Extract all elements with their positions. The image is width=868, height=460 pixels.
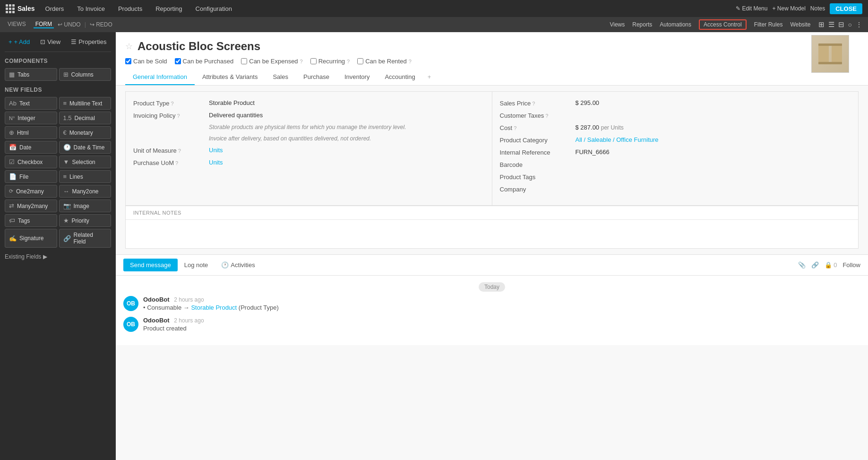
purchase-uom-value[interactable]: Units [209,159,484,166]
field-text[interactable]: Ab Text [5,97,57,110]
field-image[interactable]: 📷 Image [59,200,112,212]
customer-taxes-help: ? [545,113,548,119]
components-heading: Components [5,58,111,64]
product-image[interactable] [811,35,849,73]
field-tags[interactable]: 🏷 Tags [5,214,57,227]
field-priority[interactable]: ★ Priority [59,214,112,227]
edit-menu-button[interactable]: ✎ Edit Menu [736,5,767,12]
invoicing-note1-spacer [133,124,209,124]
views-toggle[interactable]: VIEWS [6,21,28,28]
menu-reporting[interactable]: Reporting [153,5,185,12]
menu-configuration[interactable]: Configuration [193,5,235,12]
send-message-button[interactable]: Send message [123,259,178,271]
product-type-help: ? [171,101,173,106]
unit-of-measure-value[interactable]: Units [209,147,484,154]
message-author-2: OdooBot [143,317,170,324]
invoicing-note2: Invoice after delivery, based on quantit… [209,135,484,142]
field-date[interactable]: 📅 Date [5,141,57,154]
list-view-icon[interactable]: ☰ [828,20,834,29]
field-lines[interactable]: ≡ Lines [59,170,112,183]
form-toggle[interactable]: FORM [34,21,54,28]
field-one2many[interactable]: ⟳ One2many [5,185,57,198]
message-time-1: 2 hours ago [174,296,204,303]
field-datetime[interactable]: 🕐 Date & Time [59,141,112,154]
svg-rect-1 [832,44,842,63]
component-columns[interactable]: ⊞ Columns [59,68,112,81]
product-checkboxes: Can be Sold Can be Purchased Can be Expe… [125,58,859,65]
existing-fields-toggle[interactable]: Existing Fields ▶ [5,253,111,260]
more-icon[interactable]: ⋮ [856,21,862,28]
menu-orders[interactable]: Orders [43,5,67,12]
can-be-sold-checkbox[interactable]: Can be Sold [125,58,167,65]
message-author-1: OdooBot [143,296,170,303]
undo-button[interactable]: ↩ UNDO [58,21,81,28]
internal-reference-value[interactable]: FURN_6666 [576,148,851,156]
sales-price-value[interactable]: $ 295.00 [576,99,851,106]
components-grid: ▦ Tabs ⊞ Columns [5,68,111,81]
activities-button[interactable]: 🕐 Activities [215,259,261,271]
link-icon[interactable]: 🔗 [811,261,819,269]
date-icon: 📅 [9,144,17,151]
field-decimal[interactable]: 1.5 Decimal [59,112,112,124]
field-integer[interactable]: N° Integer [5,112,57,124]
menu-products[interactable]: Products [115,5,145,12]
access-control-tool[interactable]: Access Control [699,19,747,30]
field-selection[interactable]: ▼ Selection [59,156,112,168]
content-area: ☆ Acoustic Bloc Screens [116,32,868,460]
tab-inventory[interactable]: Inventory [337,69,377,85]
field-html[interactable]: ⊕ Html [5,126,57,139]
log-note-button[interactable]: Log note [178,259,215,271]
recurring-checkbox[interactable]: Recurring ? [310,58,350,65]
menu-to-invoice[interactable]: To Invoice [74,5,108,12]
field-monetary[interactable]: € Monetary [59,126,112,139]
can-be-purchased-checkbox[interactable]: Can be Purchased [175,58,234,65]
filter-rules-tool[interactable]: Filter Rules [754,21,783,28]
notes-button[interactable]: Notes [810,5,825,12]
close-button[interactable]: CLOSE [830,3,862,14]
can-be-rented-checkbox[interactable]: Can be Rented ? [357,58,412,65]
component-tabs[interactable]: ▦ Tabs [5,68,57,81]
internal-notes-body[interactable] [126,220,858,248]
field-checkbox[interactable]: ☑ Checkbox [5,156,57,168]
cost-value[interactable]: $ 287.00 per Units [576,124,851,131]
can-be-expensed-checkbox[interactable]: Can be Expensed ? [241,58,302,65]
sales-price-help: ? [532,101,535,106]
attach-icon[interactable]: 📎 [798,261,806,269]
properties-button[interactable]: ☰ Properties [67,37,110,47]
field-related[interactable]: 🔗 Related Field [59,229,112,248]
field-multiline-text[interactable]: ≡ Multiline Text [59,97,112,110]
storable-product-link[interactable]: Storable Product [191,304,237,311]
field-many2many[interactable]: ⇄ Many2many [5,200,57,212]
new-model-button[interactable]: + New Model [772,5,805,12]
file-icon: 📄 [9,173,17,180]
redo-button[interactable]: ↪ REDO [90,21,112,28]
tab-general-information[interactable]: General Information [125,69,195,85]
automations-tool[interactable]: Automations [660,21,691,28]
tab-purchase[interactable]: Purchase [296,69,337,85]
website-tool[interactable]: Website [790,21,810,28]
split-view-icon[interactable]: ⊟ [838,20,844,29]
sales-price-row: Sales Price ? $ 295.00 [500,99,851,107]
reports-tool[interactable]: Reports [632,21,652,28]
html-icon: ⊕ [9,129,14,136]
product-type-value[interactable]: Storable Product [209,99,484,106]
tab-sales[interactable]: Sales [265,69,296,85]
invoicing-policy-label: Invoicing Policy ? [133,112,209,119]
field-file[interactable]: 📄 File [5,170,57,183]
add-tab-button[interactable]: + [423,69,436,85]
add-component-button[interactable]: + + Add [5,37,34,47]
favorite-star-icon[interactable]: ☆ [125,41,133,52]
views-tool[interactable]: Views [610,21,625,28]
tab-attributes-variants[interactable]: Attributes & Variants [195,69,266,85]
product-category-value[interactable]: All / Saleable / Office Furniture [576,136,851,143]
field-many2one[interactable]: ↔ Many2one [59,185,112,198]
follow-button[interactable]: Follow [842,261,860,269]
app-name[interactable]: Sales [6,4,35,13]
field-signature[interactable]: ✍ Signature [5,229,57,248]
text-icon: Ab [9,100,17,107]
message-content-2: OdooBot 2 hours ago Product created [143,317,860,332]
invoicing-policy-value[interactable]: Delivered quantities [209,112,484,119]
tab-accounting[interactable]: Accounting [377,69,422,85]
view-button[interactable]: ⊡ View [36,37,64,47]
kanban-view-icon[interactable]: ⊞ [818,20,825,29]
